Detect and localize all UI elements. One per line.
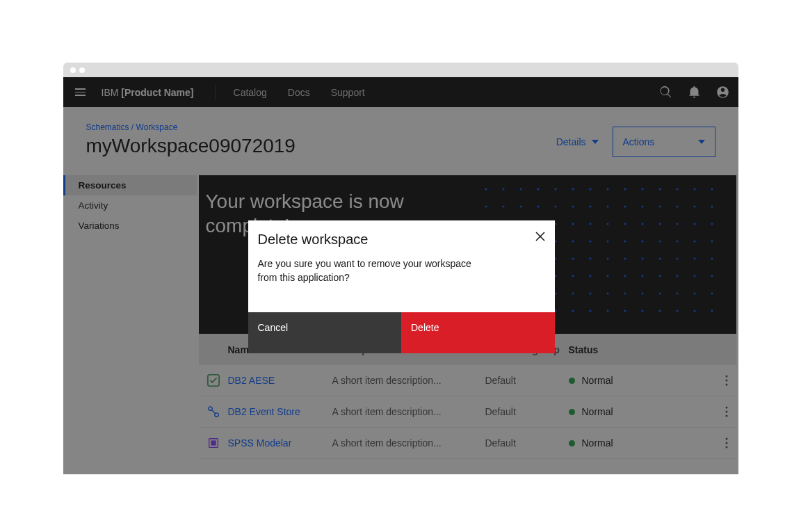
modal-body: Are you sure you want to remove your wor… bbox=[248, 248, 492, 312]
cancel-button[interactable]: Cancel bbox=[248, 312, 402, 353]
window-dot bbox=[70, 67, 76, 73]
modal-title: Delete workspace bbox=[258, 232, 369, 248]
window-chrome bbox=[63, 63, 738, 77]
window-dot bbox=[79, 67, 85, 73]
delete-modal: Delete workspace Are you sure you want t… bbox=[248, 220, 555, 353]
app-window: IBM [Product Name] Catalog Docs Support … bbox=[63, 63, 738, 474]
close-icon[interactable] bbox=[535, 232, 545, 241]
delete-button[interactable]: Delete bbox=[401, 312, 555, 353]
